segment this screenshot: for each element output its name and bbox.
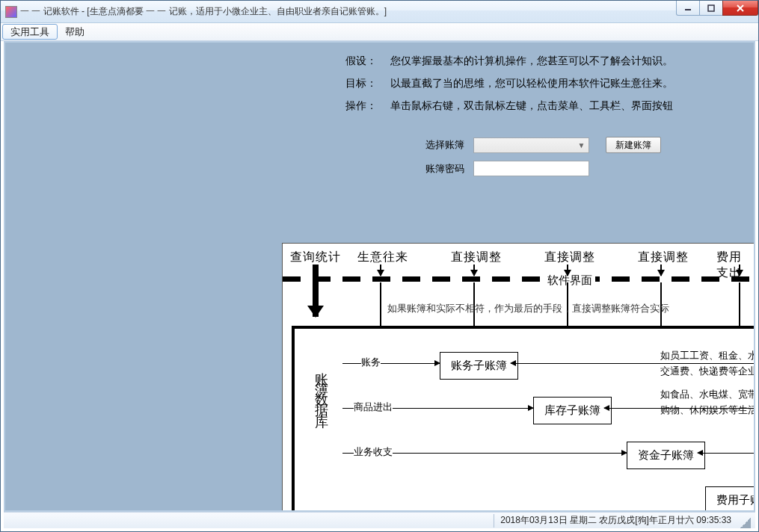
col-adjust-1: 直接调整 <box>451 250 502 265</box>
row-label-r3: 业务收支 <box>354 445 393 459</box>
node-funds-ledger: 资金子账簿 <box>627 442 705 469</box>
form-row-select-ledger: 选择账簿 ▼ 新建账簿 <box>5 137 754 153</box>
side-note-1b: 交通费、快递费等企业支 <box>660 365 754 377</box>
svg-rect-1 <box>708 5 714 11</box>
node-finance-ledger: 账务子账簿 <box>440 352 518 380</box>
form-row-ledger-pwd: 账簿密码 <box>5 161 754 176</box>
arrow-col6-short <box>739 265 740 276</box>
arrow-query-to-db <box>313 265 319 317</box>
menubar: 实用工具 帮助 <box>1 23 758 41</box>
col-business: 生意往来 <box>357 250 408 265</box>
side-note-1: 如员工工资、租金、水电 交通费、快递费等企业支 <box>660 348 754 380</box>
hline-r1-left <box>342 363 440 364</box>
arrow-col2-short <box>380 265 381 276</box>
ledger-pwd-input[interactable] <box>473 161 589 176</box>
ledger-pwd-label: 账簿密码 <box>425 162 473 176</box>
intro-goal-label: 目标： <box>345 77 390 90</box>
ledger-db-label: 账簿数据库 <box>313 362 331 414</box>
menu-tools[interactable]: 实用工具 <box>2 24 58 40</box>
intro-goal-text: 以最直截了当的思维，您可以轻松使用本软件记账生意往来。 <box>390 77 754 90</box>
side-note-2: 如食品、水电煤、宽带手 购物、休闲娱乐等生活支 <box>660 387 754 418</box>
maximize-button[interactable] <box>699 1 723 16</box>
intro-op-label: 操作： <box>345 99 390 113</box>
software-interface-line <box>283 276 754 282</box>
status-date: 2018年03月13日 星期二 农历戊戌[狗]年正月廿六 09:35:33 <box>494 514 737 528</box>
intro-block: 假设： 您仅掌握最基本的计算机操作，您甚至可以不了解会计知识。 目标： 以最直截… <box>5 43 754 120</box>
row-label-r1: 账务 <box>361 356 381 369</box>
row-label-r2: 商品进出 <box>354 400 393 414</box>
close-icon <box>736 4 745 12</box>
side-note-2b: 购物、休闲娱乐等生活支 <box>660 404 754 415</box>
col-adjust-3: 直接调整 <box>638 250 689 265</box>
titlebar[interactable]: 一 一 记账软件 - [生意点滴都要 一 一 记账，适用于小微企业主、自由职业者… <box>1 1 758 23</box>
select-ledger-combo[interactable]: ▼ <box>473 137 589 153</box>
minimize-button[interactable] <box>676 1 700 16</box>
side-note-1a: 如员工工资、租金、水电 <box>660 350 754 361</box>
col-adjust-2: 直接调整 <box>544 250 595 265</box>
arrow-col4-short <box>567 265 568 276</box>
arrow-col5-short <box>660 265 662 276</box>
select-ledger-label: 选择账簿 <box>425 138 473 152</box>
maximize-icon <box>707 4 715 12</box>
note-mismatch: 如果账簿和实际不相符，作为最后的手段，直接调整账簿符合实际 <box>387 302 669 315</box>
intro-row-assume: 假设： 您仅掌握最基本的计算机操作，您甚至可以不了解会计知识。 <box>5 55 754 68</box>
col-query-stats: 查询统计 <box>290 250 341 265</box>
close-button[interactable] <box>722 1 758 16</box>
resize-grip-icon[interactable] <box>740 518 751 528</box>
node-inventory-ledger: 库存子账簿 <box>533 397 612 424</box>
window-controls <box>677 1 758 16</box>
node-expense-ledger: 费用子账簿 <box>705 486 754 510</box>
intro-assume-label: 假设： <box>345 55 390 68</box>
diagram-panel: 查询统计 生意往来 直接调整 直接调整 直接调整 费用支出 报 软件界面 <box>282 243 754 510</box>
arrow-col3-short <box>473 265 475 276</box>
intro-row-goal: 目标： 以最直截了当的思维，您可以轻松使用本软件记账生意往来。 <box>5 77 754 90</box>
side-note-2a: 如食品、水电煤、宽带手 <box>660 389 754 400</box>
chevron-down-icon: ▼ <box>576 140 587 151</box>
app-icon <box>5 6 17 18</box>
diagram: 查询统计 生意往来 直接调整 直接调整 直接调整 费用支出 报 软件界面 <box>283 244 754 510</box>
intro-assume-text: 您仅掌握最基本的计算机操作，您甚至可以不了解会计知识。 <box>390 55 754 68</box>
minimize-icon <box>684 4 692 12</box>
client-area: 假设： 您仅掌握最基本的计算机操作，您甚至可以不了解会计知识。 目标： 以最直截… <box>4 41 755 512</box>
new-ledger-button[interactable]: 新建账簿 <box>606 137 661 153</box>
intro-op-text: 单击鼠标右键，双击鼠标左键，点击菜单、工具栏、界面按钮 <box>390 99 754 113</box>
hline-r3-right <box>698 453 754 454</box>
form-block: 选择账簿 ▼ 新建账簿 账簿密码 <box>5 137 754 184</box>
menu-help[interactable]: 帮助 <box>58 23 92 40</box>
app-window: 一 一 记账软件 - [生意点滴都要 一 一 记账，适用于小微企业主、自由职业者… <box>0 0 759 532</box>
intro-row-op: 操作： 单击鼠标右键，双击鼠标左键，点击菜单、工具栏、界面按钮 <box>5 99 754 113</box>
statusbar: 2018年03月13日 星期二 农历戊戌[狗]年正月廿六 09:35:33 <box>4 512 755 528</box>
window-title: 一 一 记账软件 - [生意点滴都要 一 一 记账，适用于小微企业主、自由职业者… <box>20 5 387 18</box>
